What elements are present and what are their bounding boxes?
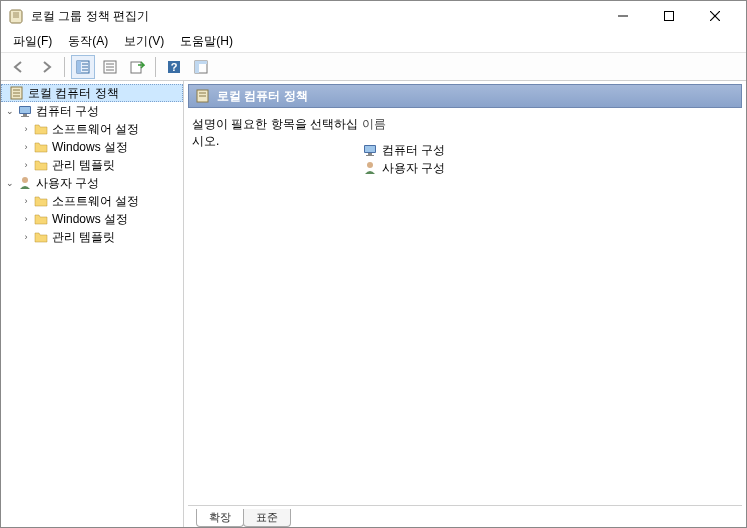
svg-rect-21 <box>199 61 207 64</box>
filter-button[interactable] <box>189 55 213 79</box>
app-icon <box>9 8 25 24</box>
tree-root[interactable]: 로컬 컴퓨터 정책 <box>1 84 183 102</box>
help-button[interactable]: ? <box>162 55 186 79</box>
computer-icon <box>362 142 378 158</box>
tree-user-windows[interactable]: › Windows 설정 <box>1 210 183 228</box>
back-button[interactable] <box>7 55 31 79</box>
forward-button[interactable] <box>34 55 58 79</box>
list-item-label: 사용자 구성 <box>382 160 445 177</box>
svg-rect-37 <box>366 155 374 156</box>
expand-icon[interactable]: › <box>20 195 32 207</box>
minimize-button[interactable] <box>600 1 646 31</box>
export-button[interactable] <box>125 55 149 79</box>
tree-label: 관리 템플릿 <box>52 157 115 174</box>
svg-rect-20 <box>195 61 199 73</box>
svg-rect-27 <box>20 107 30 113</box>
svg-point-38 <box>367 162 373 168</box>
description-text: 설명이 필요한 항목을 선택하십시오. <box>192 117 358 148</box>
menu-action[interactable]: 동작(A) <box>60 31 116 51</box>
folder-icon <box>33 139 49 155</box>
description-column: 설명이 필요한 항목을 선택하십시오. <box>192 116 362 499</box>
list-column: 이름 컴퓨터 구성 사용자 구성 <box>362 116 738 499</box>
content-area: 로컬 컴퓨터 정책 ⌄ 컴퓨터 구성 › 소프트웨어 설정 › Windows … <box>1 81 746 527</box>
title-bar: 로컬 그룹 정책 편집기 <box>1 1 746 31</box>
menu-file[interactable]: 파일(F) <box>5 31 60 51</box>
svg-rect-35 <box>365 146 375 152</box>
list-item-computer[interactable]: 컴퓨터 구성 <box>362 141 738 159</box>
folder-icon <box>33 121 49 137</box>
properties-button[interactable] <box>98 55 122 79</box>
folder-icon <box>33 229 49 245</box>
maximize-button[interactable] <box>646 1 692 31</box>
svg-rect-36 <box>368 153 372 155</box>
policy-icon <box>9 85 25 101</box>
collapse-icon[interactable]: ⌄ <box>4 177 16 189</box>
tree-label: 로컬 컴퓨터 정책 <box>28 85 119 102</box>
details-header: 로컬 컴퓨터 정책 <box>188 84 742 108</box>
tree-label: 컴퓨터 구성 <box>36 103 99 120</box>
tree-computer-config[interactable]: ⌄ 컴퓨터 구성 <box>1 102 183 120</box>
details-body: 설명이 필요한 항목을 선택하십시오. 이름 컴퓨터 구성 사용자 구성 <box>184 110 746 505</box>
tree-computer-software[interactable]: › 소프트웨어 설정 <box>1 120 183 138</box>
expand-icon[interactable]: › <box>20 123 32 135</box>
user-icon <box>362 160 378 176</box>
expand-icon[interactable]: › <box>20 231 32 243</box>
expand-icon[interactable]: › <box>20 141 32 153</box>
svg-rect-8 <box>77 61 81 73</box>
svg-rect-28 <box>23 114 27 116</box>
tree-label: Windows 설정 <box>52 139 128 156</box>
tree-computer-windows[interactable]: › Windows 설정 <box>1 138 183 156</box>
folder-icon <box>33 211 49 227</box>
collapse-icon[interactable]: ⌄ <box>4 105 16 117</box>
toolbar-separator <box>64 57 65 77</box>
menu-help[interactable]: 도움말(H) <box>172 31 241 51</box>
tree-label: 관리 템플릿 <box>52 229 115 246</box>
computer-icon <box>17 103 33 119</box>
svg-rect-16 <box>131 62 141 73</box>
toolbar-separator <box>155 57 156 77</box>
tree-user-software[interactable]: › 소프트웨어 설정 <box>1 192 183 210</box>
tree-computer-admin[interactable]: › 관리 템플릿 <box>1 156 183 174</box>
details-panel: 로컬 컴퓨터 정책 설명이 필요한 항목을 선택하십시오. 이름 컴퓨터 구성 … <box>184 81 746 527</box>
list-item-user[interactable]: 사용자 구성 <box>362 159 738 177</box>
toolbar: ? <box>1 53 746 81</box>
policy-icon <box>195 88 211 104</box>
tree-panel: 로컬 컴퓨터 정책 ⌄ 컴퓨터 구성 › 소프트웨어 설정 › Windows … <box>1 81 184 527</box>
user-icon <box>17 175 33 191</box>
list-item-label: 컴퓨터 구성 <box>382 142 445 159</box>
tree-label: 사용자 구성 <box>36 175 99 192</box>
expand-icon[interactable]: › <box>20 159 32 171</box>
tree-user-admin[interactable]: › 관리 템플릿 <box>1 228 183 246</box>
tab-extended[interactable]: 확장 <box>196 509 244 527</box>
svg-text:?: ? <box>171 61 178 73</box>
svg-rect-29 <box>21 116 29 117</box>
tab-standard[interactable]: 표준 <box>243 509 291 527</box>
close-button[interactable] <box>692 1 738 31</box>
window-title: 로컬 그룹 정책 편집기 <box>31 8 600 25</box>
show-tree-button[interactable] <box>71 55 95 79</box>
svg-point-30 <box>22 177 28 183</box>
tabs-bar: 확장 표준 <box>188 505 742 527</box>
folder-icon <box>33 157 49 173</box>
details-title: 로컬 컴퓨터 정책 <box>217 88 308 105</box>
expand-icon[interactable]: › <box>20 213 32 225</box>
tree-label: Windows 설정 <box>52 211 128 228</box>
folder-icon <box>33 193 49 209</box>
tree-user-config[interactable]: ⌄ 사용자 구성 <box>1 174 183 192</box>
svg-rect-4 <box>665 12 674 21</box>
column-header-name[interactable]: 이름 <box>362 116 738 141</box>
menu-bar: 파일(F) 동작(A) 보기(V) 도움말(H) <box>1 31 746 53</box>
tree-label: 소프트웨어 설정 <box>52 121 139 138</box>
tree-label: 소프트웨어 설정 <box>52 193 139 210</box>
menu-view[interactable]: 보기(V) <box>116 31 172 51</box>
